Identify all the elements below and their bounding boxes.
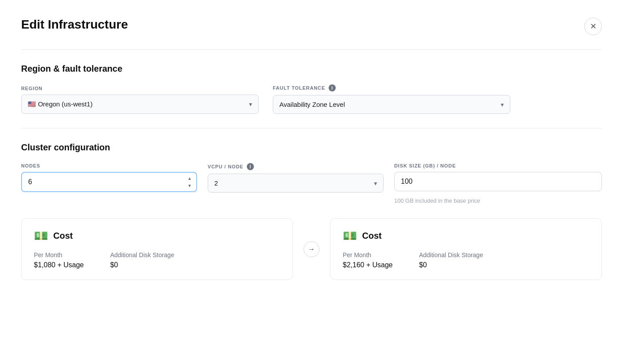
region-group: REGION 🇺🇸 Oregon (us-west1) ▾: [21, 86, 259, 114]
nodes-input-wrapper: ▲ ▼: [21, 172, 197, 192]
arrow-right-icon: →: [304, 241, 319, 257]
close-button[interactable]: ✕: [584, 18, 602, 35]
cost-icon-2: 💵: [343, 229, 357, 243]
modal-header: Edit Infrastructure ✕: [21, 18, 602, 35]
vcpu-chevron-icon: ▾: [374, 180, 377, 187]
per-month-value-2: $2,160 + Usage: [343, 261, 392, 269]
vcpu-value: 2: [214, 179, 218, 187]
vcpu-select[interactable]: 2 ▾: [208, 174, 384, 193]
per-month-label-2: Per Month: [343, 251, 392, 258]
header-divider: [21, 49, 602, 50]
nodes-decrement-button[interactable]: ▼: [186, 182, 194, 189]
disk-label: DISK SIZE (GB) / NODE: [394, 163, 602, 168]
fault-tolerance-chevron-icon: ▾: [501, 101, 504, 108]
cost-row: 💵 Cost Per Month $1,080 + Usage Addition…: [21, 218, 602, 280]
vcpu-group: vCPU / NODE i 2 ▾: [208, 163, 384, 193]
cost-card-1-header: 💵 Cost: [34, 229, 280, 243]
cluster-section-title: Cluster configuration: [21, 142, 602, 153]
cost-card-2-header: 💵 Cost: [343, 229, 589, 243]
cluster-config-section: Cluster configuration NODES ▲ ▼ vCPU / N…: [21, 142, 602, 204]
region-fault-section: Region & fault tolerance REGION 🇺🇸 Orego…: [21, 64, 602, 114]
per-month-value-1: $1,080 + Usage: [34, 261, 84, 269]
additional-disk-col-2: Additional Disk Storage $0: [419, 251, 483, 269]
section-divider: [21, 128, 602, 128]
nodes-group: NODES ▲ ▼: [21, 163, 197, 192]
cluster-form-row: NODES ▲ ▼ vCPU / NODE i 2 ▾: [21, 163, 602, 204]
cost-icon-1: 💵: [34, 229, 48, 243]
additional-disk-col-1: Additional Disk Storage $0: [110, 251, 174, 269]
additional-disk-value-1: $0: [110, 261, 174, 269]
cost-title-1: Cost: [53, 231, 73, 241]
fault-tolerance-group: FAULT TOLERANCE i Availability Zone Leve…: [273, 84, 510, 114]
additional-disk-label-1: Additional Disk Storage: [110, 251, 174, 258]
cost-title-2: Cost: [362, 231, 381, 241]
fault-tolerance-label: FAULT TOLERANCE i: [273, 84, 510, 91]
nodes-increment-button[interactable]: ▲: [186, 175, 194, 182]
region-form-row: REGION 🇺🇸 Oregon (us-west1) ▾ FAULT TOLE…: [21, 84, 602, 114]
vcpu-info-icon[interactable]: i: [247, 163, 254, 170]
additional-disk-label-2: Additional Disk Storage: [419, 251, 483, 258]
edit-infrastructure-modal: Edit Infrastructure ✕ Region & fault tol…: [0, 0, 623, 364]
nodes-spinner: ▲ ▼: [186, 175, 194, 189]
fault-tolerance-select[interactable]: Availability Zone Level ▾: [273, 95, 510, 114]
disk-group: DISK SIZE (GB) / NODE 100 GB included in…: [394, 163, 602, 204]
region-value: 🇺🇸 Oregon (us-west1): [28, 100, 92, 108]
disk-note: 100 GB included in the base price: [394, 197, 602, 204]
fault-tolerance-value: Availability Zone Level: [279, 101, 345, 108]
disk-input[interactable]: [394, 172, 602, 191]
per-month-col-1: Per Month $1,080 + Usage: [34, 251, 84, 269]
modal-title: Edit Infrastructure: [21, 18, 128, 32]
cost-card-1: 💵 Cost Per Month $1,080 + Usage Addition…: [21, 218, 293, 280]
additional-disk-value-2: $0: [419, 261, 483, 269]
cost-details-1: Per Month $1,080 + Usage Additional Disk…: [34, 251, 280, 269]
per-month-label-1: Per Month: [34, 251, 84, 258]
vcpu-label: vCPU / NODE i: [208, 163, 384, 170]
nodes-input[interactable]: [21, 172, 197, 192]
region-label: REGION: [21, 86, 259, 91]
fault-tolerance-info-icon[interactable]: i: [329, 84, 336, 91]
nodes-label: NODES: [21, 163, 197, 168]
cost-card-2: 💵 Cost Per Month $2,160 + Usage Addition…: [330, 218, 602, 280]
region-chevron-icon: ▾: [249, 101, 252, 108]
region-section-title: Region & fault tolerance: [21, 64, 602, 74]
cost-details-2: Per Month $2,160 + Usage Additional Disk…: [343, 251, 589, 269]
region-select[interactable]: 🇺🇸 Oregon (us-west1) ▾: [21, 95, 259, 114]
per-month-col-2: Per Month $2,160 + Usage: [343, 251, 392, 269]
